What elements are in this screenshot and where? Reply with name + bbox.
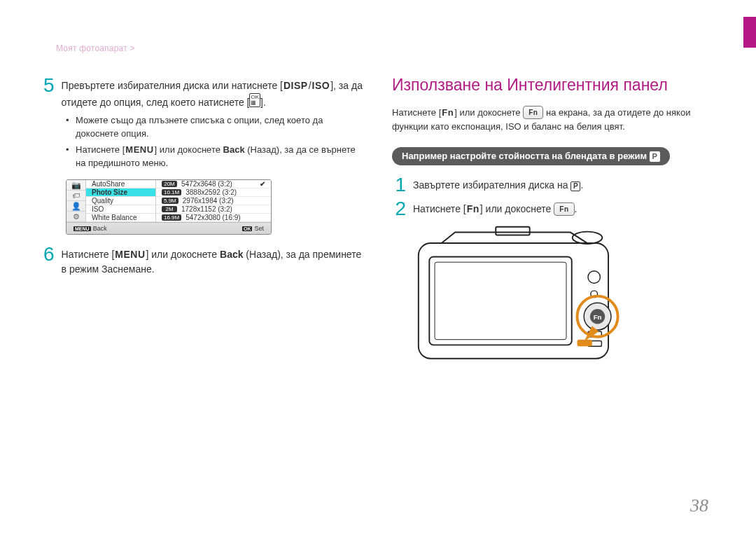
- fn-key: Fn: [441, 106, 454, 120]
- lcd-option-row: 20M5472x3648 (3:2)✔: [156, 180, 271, 188]
- lcd-footer-right: OKSet: [242, 225, 264, 232]
- text: Натиснете [: [413, 203, 466, 214]
- lcd-option-row: 2M1728x1152 (3:2): [156, 205, 271, 214]
- section-tab: [743, 17, 756, 48]
- text: ] или докоснете: [146, 249, 220, 260]
- text: ] или докоснете: [480, 203, 554, 214]
- mode-p-badge: P: [650, 151, 660, 162]
- size-label: 1728x1152 (3:2): [181, 205, 232, 213]
- iso-key: ISO: [312, 78, 331, 93]
- camera-illustration: Fn: [414, 223, 713, 368]
- text: Back: [93, 225, 107, 232]
- example-pill: Например настройте стойността на блендат…: [392, 147, 670, 165]
- lcd-menu-item: Quality: [86, 197, 155, 205]
- lcd-side-tab: 👤: [66, 201, 85, 212]
- page-columns: 5 Превъртете избирателния диска или нати…: [43, 76, 713, 508]
- menu-key: MENU: [125, 144, 154, 157]
- lcd-options-list: 20M5472x3648 (3:2)✔10.1M3888x2592 (3:2)5…: [156, 180, 271, 222]
- step-number: 5: [43, 76, 55, 110]
- svg-rect-1: [429, 256, 571, 345]
- text: Например настройте стойността на блендат…: [402, 151, 650, 161]
- size-label: 5472x3080 (16:9): [186, 214, 240, 221]
- size-pill: 2M: [162, 206, 177, 212]
- check-icon: ✔: [260, 180, 265, 188]
- text: Set: [254, 225, 264, 232]
- back-label: Back: [223, 144, 245, 155]
- lcd-footer: MENUBack OKSet: [66, 222, 271, 234]
- svg-rect-12: [578, 340, 592, 347]
- text: Завъртете избирателния диска на: [413, 179, 570, 191]
- text: ].: [260, 97, 266, 108]
- size-pill: 5.9M: [162, 198, 178, 204]
- step-1: 1 Завъртете избирателния диска на P.: [392, 175, 713, 195]
- back-label: Back: [220, 249, 243, 260]
- right-column: Използване на Интелигентния панел Натисн…: [392, 76, 713, 508]
- lcd-footer-left: MENUBack: [74, 225, 107, 232]
- size-label: 5472x3648 (3:2): [181, 180, 232, 188]
- sub-bullet-1: Можете също да плъзнете списъка с опции,…: [66, 114, 364, 141]
- step-5-sublist: Можете също да плъзнете списъка с опции,…: [66, 114, 364, 170]
- size-pill: 20M: [162, 181, 177, 187]
- text: ] или докоснете: [155, 144, 223, 155]
- svg-point-4: [573, 232, 603, 244]
- size-pill: 16.9M: [162, 214, 181, 221]
- lcd-option-row: 5.9M2976x1984 (3:2): [156, 197, 271, 205]
- disp-key: DISP: [283, 78, 309, 93]
- lcd-menu-item: Photo Size: [86, 188, 155, 197]
- svg-point-5: [588, 271, 600, 283]
- step-2-body: Натиснете [Fn] или докоснете Fn.: [413, 199, 577, 219]
- ok-key-small: OK: [242, 226, 253, 231]
- text: Превъртете избирателния диска или натисн…: [62, 80, 283, 91]
- left-column: 5 Превъртете избирателния диска или нати…: [43, 76, 364, 508]
- step-6: 6 Натиснете [MENU] или докоснете Back (Н…: [43, 245, 364, 277]
- page-number: 38: [690, 495, 708, 516]
- lcd-menu-item: White Balance: [86, 214, 155, 222]
- text: ] или докоснете: [454, 107, 523, 118]
- svg-rect-3: [496, 227, 529, 235]
- step-number: 2: [392, 199, 406, 219]
- fn-key: Fn: [466, 202, 480, 217]
- ok-icon: OK▦: [249, 93, 260, 107]
- lcd-side-tab: 🏷: [66, 191, 85, 201]
- section-heading: Използване на Интелигентния панел: [392, 76, 713, 95]
- step-5-body: Превъртете избирателния диска или натисн…: [62, 76, 364, 110]
- lcd-menu-item: AutoShare: [86, 180, 155, 188]
- breadcrumb: Моят фотоапарат: [56, 43, 135, 53]
- lcd-menu-item: ISO: [86, 205, 155, 214]
- step-5: 5 Превъртете избирателния диска или нати…: [43, 76, 364, 110]
- lcd-side-tab: ⚙: [66, 212, 85, 222]
- camera-menu-screenshot: 📷🏷👤⚙ AutoSharePhoto SizeQualityISOWhite …: [66, 179, 272, 235]
- lcd-option-row: 16.9M5472x3080 (16:9): [156, 214, 271, 222]
- text: .: [575, 203, 578, 214]
- lcd-side-tabs: 📷🏷👤⚙: [66, 180, 86, 222]
- step-number: 1: [392, 175, 406, 195]
- lcd-option-row: 10.1M3888x2592 (3:2): [156, 188, 271, 197]
- text: .: [580, 179, 583, 191]
- fn-onscreen-button: Fn: [554, 202, 574, 216]
- lcd-body: 📷🏷👤⚙ AutoSharePhoto SizeQualityISOWhite …: [66, 180, 271, 222]
- camera-svg: Fn: [414, 223, 631, 365]
- size-label: 3888x2592 (3:2): [186, 188, 237, 196]
- lcd-menu-list: AutoSharePhoto SizeQualityISOWhite Balan…: [86, 180, 156, 222]
- step-6-body: Натиснете [MENU] или докоснете Back (Наз…: [62, 245, 364, 277]
- sub-bullet-2: Натиснете [MENU] или докоснете Back (Наз…: [66, 144, 364, 170]
- menu-key-small: MENU: [74, 226, 91, 231]
- menu-key: MENU: [114, 247, 146, 262]
- step-2: 2 Натиснете [Fn] или докоснете Fn.: [392, 199, 713, 219]
- size-label: 2976x1984 (3:2): [183, 197, 234, 205]
- step-1-body: Завъртете избирателния диска на P.: [413, 175, 583, 195]
- lcd-side-tab: 📷: [66, 180, 85, 191]
- intro-paragraph: Натиснете [Fn] или докоснете Fn на екран…: [392, 106, 713, 133]
- fn-button-label: Fn: [594, 313, 602, 321]
- text: Натиснете [: [76, 144, 125, 155]
- size-pill: 10.1M: [162, 189, 181, 195]
- mode-p-icon: P: [570, 181, 580, 191]
- step-number: 6: [43, 245, 55, 277]
- text: Натиснете [: [62, 249, 115, 260]
- fn-onscreen-button: Fn: [523, 106, 543, 119]
- svg-rect-2: [435, 262, 566, 339]
- text: Натиснете [: [392, 107, 441, 118]
